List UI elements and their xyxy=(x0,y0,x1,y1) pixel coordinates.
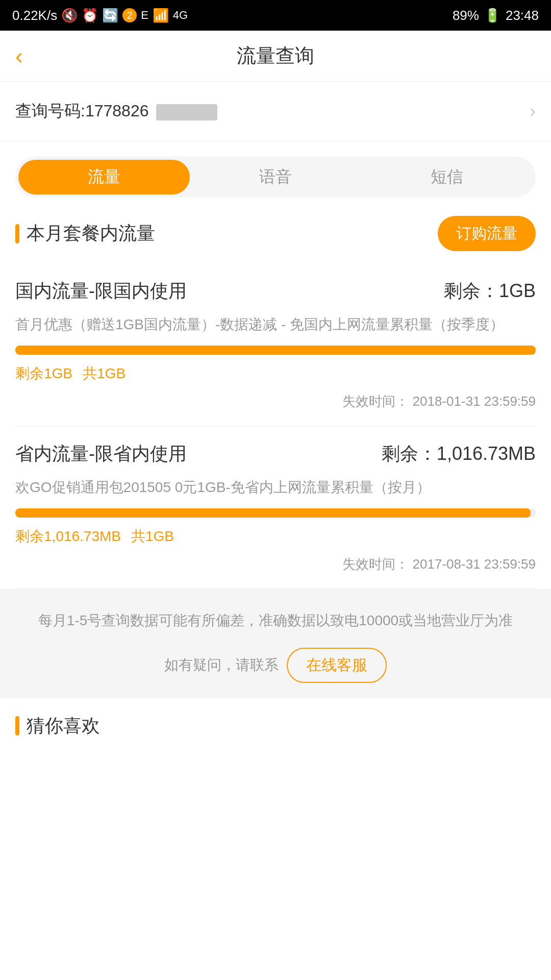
recommend-section: 猜你喜欢 xyxy=(0,698,551,739)
battery-percent: 89% xyxy=(453,8,479,23)
progress-remaining-label-1: 剩余1GB xyxy=(15,364,72,383)
progress-fill-2 xyxy=(15,508,531,518)
chevron-right-icon: › xyxy=(530,101,536,122)
notification-badge: 2 xyxy=(122,8,137,22)
clock: 23:48 xyxy=(506,8,539,23)
phone-label: 查询号码:1778826 xyxy=(15,102,148,120)
page-header: ‹ 流量查询 xyxy=(0,31,551,82)
tab-voice[interactable]: 语音 xyxy=(190,160,361,194)
page-title: 流量查询 xyxy=(237,43,314,69)
notice-text: 每月1-5号查询数据可能有所偏差，准确数据以致电10000或当地营业厅为准 xyxy=(15,609,536,632)
section-header: 本月套餐内流量 订购流量 xyxy=(0,198,551,263)
progress-bar-2 xyxy=(15,508,536,518)
progress-bar-1 xyxy=(15,346,536,355)
alarm-icon: ⏰ xyxy=(82,8,98,23)
4g-icon: 4G xyxy=(173,9,188,22)
section-title: 本月套餐内流量 xyxy=(27,221,155,246)
status-bar: 0.22K/s 🔇 ⏰ 🔄 2 E 📶 4G 89% 🔋 23:48 xyxy=(0,0,551,31)
progress-labels-1: 剩余1GB 共1GB xyxy=(15,364,536,383)
section-title-wrap: 本月套餐内流量 xyxy=(15,221,155,246)
traffic-card-header-2: 省内流量-限省内使用 剩余：1,016.73MB xyxy=(15,442,536,467)
progress-labels-2: 剩余1,016.73MB 共1GB xyxy=(15,527,536,546)
recommend-title: 猜你喜欢 xyxy=(27,714,100,739)
expire-time-2: 失效时间： 2017-08-31 23:59:59 xyxy=(15,555,536,573)
signal-icon: 📶 xyxy=(153,8,169,23)
progress-total-label-2: 共1GB xyxy=(131,527,174,546)
section-bar-indicator xyxy=(15,224,19,243)
recommend-bar-indicator xyxy=(15,716,19,736)
traffic-card-domestic: 国内流量-限国内使用 剩余：1GB 首月优惠（赠送1GB国内流量）-数据递减 -… xyxy=(15,263,536,426)
traffic-remaining-1: 剩余：1GB xyxy=(444,279,536,304)
buy-traffic-button[interactable]: 订购流量 xyxy=(438,216,536,251)
notice-contact: 如有疑问，请联系 在线客服 xyxy=(15,648,536,683)
online-service-button[interactable]: 在线客服 xyxy=(287,648,387,683)
status-bar-right: 89% 🔋 23:48 xyxy=(453,8,539,23)
network-speed: 0.22K/s xyxy=(12,8,57,23)
battery-icon: 🔋 xyxy=(484,8,500,23)
tab-selector: 流量 语音 短信 xyxy=(15,157,536,198)
contact-prefix: 如有疑问，请联系 xyxy=(164,655,279,675)
progress-fill-1 xyxy=(15,346,536,355)
mute-icon: 🔇 xyxy=(61,8,78,23)
phone-masked xyxy=(156,104,217,120)
back-button[interactable]: ‹ xyxy=(15,45,23,67)
network-e-icon: E xyxy=(141,9,148,22)
traffic-remaining-2: 剩余：1,016.73MB xyxy=(382,442,536,467)
tab-sms[interactable]: 短信 xyxy=(361,160,533,194)
progress-total-label-1: 共1GB xyxy=(83,364,126,383)
traffic-card-provincial: 省内流量-限省内使用 剩余：1,016.73MB 欢GO促销通用包201505 … xyxy=(15,426,536,589)
traffic-card-header-1: 国内流量-限国内使用 剩余：1GB xyxy=(15,279,536,304)
phone-number-row[interactable]: 查询号码:1778826 › xyxy=(0,82,551,141)
traffic-desc-1: 首月优惠（赠送1GB国内流量）-数据递减 - 免国内上网流量累积量（按季度） xyxy=(15,314,536,335)
phone-info: 查询号码:1778826 xyxy=(15,100,217,122)
expire-time-1: 失效时间： 2018-01-31 23:59:59 xyxy=(15,393,536,410)
traffic-name-1: 国内流量-限国内使用 xyxy=(15,279,187,304)
sync-icon: 🔄 xyxy=(102,8,118,23)
footer-notice: 每月1-5号查询数据可能有所偏差，准确数据以致电10000或当地营业厅为准 如有… xyxy=(0,589,551,698)
traffic-name-2: 省内流量-限省内使用 xyxy=(15,442,187,467)
tab-data[interactable]: 流量 xyxy=(18,160,190,194)
status-bar-left: 0.22K/s 🔇 ⏰ 🔄 2 E 📶 4G xyxy=(12,8,188,23)
recommend-header: 猜你喜欢 xyxy=(15,714,536,739)
progress-remaining-label-2: 剩余1,016.73MB xyxy=(15,527,121,546)
traffic-desc-2: 欢GO促销通用包201505 0元1GB-免省内上网流量累积量（按月） xyxy=(15,477,536,498)
